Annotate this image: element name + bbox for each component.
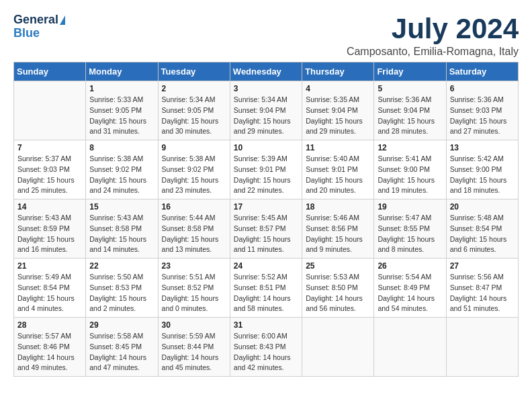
cell-info-line: Sunrise: 5:50 AM — [89, 272, 154, 283]
calendar-header: SundayMondayTuesdayWednesdayThursdayFrid… — [14, 62, 519, 81]
calendar-cell: 14Sunrise: 5:43 AMSunset: 8:59 PMDayligh… — [14, 199, 86, 259]
cell-info-line: Daylight: 15 hours — [89, 116, 154, 127]
day-number: 22 — [89, 261, 154, 271]
cell-info-line: Sunset: 9:03 PM — [17, 165, 82, 175]
calendar-cell: 19Sunrise: 5:47 AMSunset: 8:55 PMDayligh… — [374, 199, 446, 259]
cell-info-line: and 23 minutes. — [162, 185, 226, 196]
cell-info-line: Sunrise: 5:52 AM — [234, 272, 298, 283]
calendar-week-1: 7Sunrise: 5:37 AMSunset: 9:03 PMDaylight… — [14, 140, 519, 199]
calendar-cell: 12Sunrise: 5:41 AMSunset: 9:00 PMDayligh… — [374, 140, 446, 199]
cell-info-line: Sunrise: 5:36 AM — [450, 95, 515, 105]
cell-info-line: and 31 minutes. — [89, 126, 154, 137]
cell-info-line: Sunset: 8:54 PM — [17, 283, 82, 293]
month-title: July 2024 — [347, 13, 519, 44]
cell-info-line: and 8 minutes. — [378, 244, 442, 255]
cell-info-line: and 51 minutes. — [450, 304, 515, 314]
day-number: 29 — [89, 320, 154, 330]
cell-info-line: Sunset: 9:00 PM — [450, 165, 515, 175]
day-number: 31 — [234, 320, 298, 330]
cell-info-line: Sunrise: 5:38 AM — [162, 154, 226, 165]
cell-info-line: Sunset: 9:01 PM — [306, 165, 370, 175]
day-number: 19 — [378, 202, 442, 212]
cell-info-line: and 47 minutes. — [89, 363, 154, 373]
header-day-thursday: Thursday — [302, 62, 374, 81]
cell-info-line: Daylight: 15 hours — [162, 293, 226, 304]
cell-info-line: Sunset: 9:05 PM — [162, 105, 226, 116]
calendar-cell: 20Sunrise: 5:48 AMSunset: 8:54 PMDayligh… — [446, 199, 518, 259]
cell-info-line: Sunset: 9:04 PM — [234, 105, 298, 116]
calendar-cell — [14, 81, 86, 140]
cell-info-line: Sunrise: 5:36 AM — [378, 95, 442, 105]
calendar-week-4: 28Sunrise: 5:57 AMSunset: 8:46 PMDayligh… — [14, 318, 519, 377]
day-number: 24 — [234, 261, 298, 271]
cell-info-line: and 16 minutes. — [17, 244, 82, 255]
cell-info-line: Sunrise: 5:56 AM — [450, 272, 515, 283]
day-number: 11 — [306, 143, 370, 152]
cell-info-line: Sunset: 9:02 PM — [162, 165, 226, 175]
header-day-friday: Friday — [374, 62, 446, 81]
cell-info-line: Sunrise: 5:38 AM — [89, 154, 154, 165]
cell-info-line: Sunset: 8:55 PM — [378, 224, 442, 234]
cell-info-line: Daylight: 15 hours — [17, 234, 82, 245]
cell-info-line: and 42 minutes. — [234, 363, 298, 373]
cell-info-line: Daylight: 15 hours — [89, 293, 154, 304]
cell-info-line: Sunset: 8:47 PM — [450, 283, 515, 293]
cell-info-line: Daylight: 14 hours — [234, 293, 298, 304]
day-number: 17 — [234, 202, 298, 212]
cell-info-line: Daylight: 15 hours — [378, 116, 442, 127]
calendar-cell: 13Sunrise: 5:42 AMSunset: 9:00 PMDayligh… — [446, 140, 518, 199]
calendar-cell: 18Sunrise: 5:46 AMSunset: 8:56 PMDayligh… — [302, 199, 374, 259]
cell-info-line: and 20 minutes. — [306, 185, 370, 196]
cell-info-line: Sunset: 8:43 PM — [234, 342, 298, 353]
day-number: 28 — [17, 320, 82, 330]
cell-info-line: and 58 minutes. — [234, 304, 298, 314]
cell-info-line: Daylight: 15 hours — [162, 116, 226, 127]
calendar-cell: 16Sunrise: 5:44 AMSunset: 8:58 PMDayligh… — [158, 199, 230, 259]
cell-info-line: Daylight: 14 hours — [306, 293, 370, 304]
cell-info-line: Sunrise: 5:48 AM — [450, 213, 515, 224]
calendar-cell: 26Sunrise: 5:54 AMSunset: 8:49 PMDayligh… — [374, 259, 446, 318]
calendar-cell: 27Sunrise: 5:56 AMSunset: 8:47 PMDayligh… — [446, 259, 518, 318]
calendar-cell: 25Sunrise: 5:53 AMSunset: 8:50 PMDayligh… — [302, 259, 374, 318]
cell-info-line: Daylight: 15 hours — [306, 116, 370, 127]
calendar-cell: 21Sunrise: 5:49 AMSunset: 8:54 PMDayligh… — [14, 259, 86, 318]
cell-info-line: Sunrise: 5:59 AM — [162, 331, 226, 342]
cell-info-line: Daylight: 15 hours — [378, 234, 442, 245]
day-number: 25 — [306, 261, 370, 271]
cell-info-line: and 25 minutes. — [17, 185, 82, 196]
calendar-cell: 15Sunrise: 5:43 AMSunset: 8:58 PMDayligh… — [86, 199, 158, 259]
cell-info-line: and 18 minutes. — [450, 185, 515, 196]
calendar-cell: 10Sunrise: 5:39 AMSunset: 9:01 PMDayligh… — [230, 140, 302, 199]
cell-info-line: and 30 minutes. — [162, 126, 226, 137]
calendar-body: 1Sunrise: 5:33 AMSunset: 9:05 PMDaylight… — [14, 81, 519, 377]
calendar-cell: 23Sunrise: 5:51 AMSunset: 8:52 PMDayligh… — [158, 259, 230, 318]
cell-info-line: Sunrise: 5:43 AM — [89, 213, 154, 224]
logo-general: General — [13, 13, 58, 26]
day-number: 14 — [17, 202, 82, 212]
calendar-cell: 11Sunrise: 5:40 AMSunset: 9:01 PMDayligh… — [302, 140, 374, 199]
cell-info-line: Sunset: 8:58 PM — [89, 224, 154, 234]
cell-info-line: and 14 minutes. — [89, 244, 154, 255]
cell-info-line: Sunrise: 5:49 AM — [17, 272, 82, 283]
day-number: 9 — [162, 143, 226, 152]
cell-info-line: and 29 minutes. — [306, 126, 370, 137]
cell-info-line: Daylight: 15 hours — [234, 175, 298, 186]
cell-info-line: Daylight: 14 hours — [89, 353, 154, 363]
cell-info-line: Sunset: 8:44 PM — [162, 342, 226, 353]
cell-info-line: and 0 minutes. — [162, 304, 226, 314]
cell-info-line: and 28 minutes. — [378, 126, 442, 137]
cell-info-line: Sunrise: 5:42 AM — [450, 154, 515, 165]
day-number: 21 — [17, 261, 82, 271]
cell-info-line: Daylight: 14 hours — [17, 353, 82, 363]
cell-info-line: Daylight: 15 hours — [162, 234, 226, 245]
cell-info-line: Sunset: 8:56 PM — [306, 224, 370, 234]
cell-info-line: Sunset: 9:05 PM — [89, 105, 154, 116]
cell-info-line: and 9 minutes. — [306, 244, 370, 255]
cell-info-line: Sunrise: 5:34 AM — [162, 95, 226, 105]
cell-info-line: and 27 minutes. — [450, 126, 515, 137]
calendar-cell: 2Sunrise: 5:34 AMSunset: 9:05 PMDaylight… — [158, 81, 230, 140]
day-number: 27 — [450, 261, 515, 271]
logo: General Blue — [13, 13, 65, 40]
cell-info-line: Sunset: 9:01 PM — [234, 165, 298, 175]
cell-info-line: Daylight: 15 hours — [378, 175, 442, 186]
